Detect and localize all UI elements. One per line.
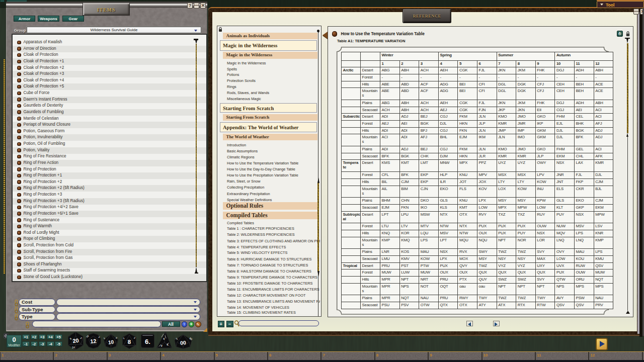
svg-text:8: 8 [128,339,131,345]
svg-text:00: 00 [180,339,187,346]
svg-text:10: 10 [108,339,114,345]
svg-text:14: 14 [72,346,75,349]
svg-text:12: 12 [90,338,97,344]
svg-text:6.: 6. [145,338,150,345]
svg-text:20: 20 [72,337,79,344]
